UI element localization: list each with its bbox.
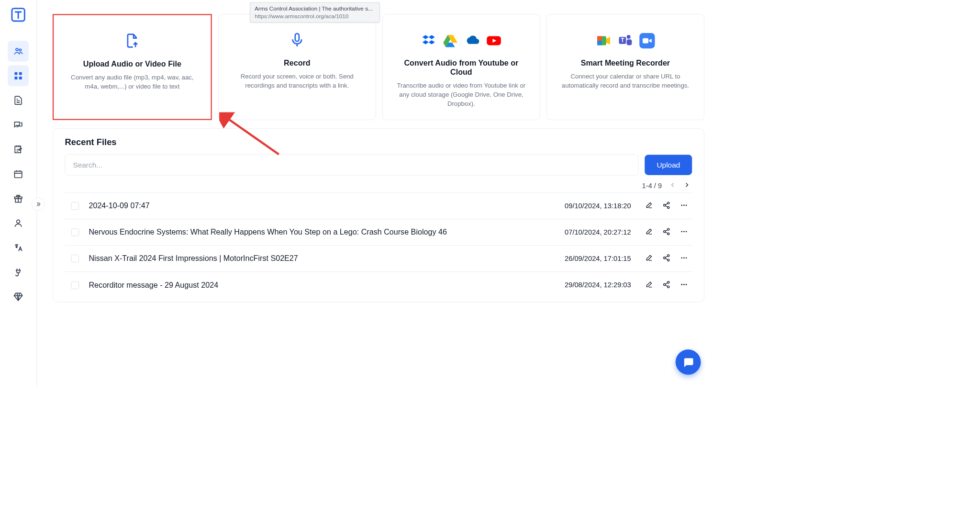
row-checkbox[interactable] — [71, 228, 79, 236]
svg-rect-19 — [627, 39, 632, 45]
record-card-title: Record — [228, 58, 366, 67]
row-checkbox[interactable] — [71, 281, 79, 289]
svg-point-23 — [668, 207, 669, 209]
more-icon[interactable] — [680, 254, 688, 263]
svg-point-29 — [668, 233, 669, 235]
files-table: 2024-10-09 07:47 09/10/2024, 13:18:20 Ne… — [65, 193, 692, 299]
svg-rect-5 — [14, 77, 17, 79]
svg-rect-20 — [643, 38, 648, 44]
svg-point-42 — [681, 284, 682, 285]
edit-icon[interactable] — [645, 202, 653, 211]
svg-point-24 — [681, 205, 682, 206]
svg-point-27 — [668, 228, 669, 230]
svg-point-38 — [686, 258, 687, 259]
pagination-range: 1-4 / 9 — [642, 182, 662, 190]
pagination: 1-4 / 9 — [65, 182, 692, 190]
svg-point-22 — [664, 204, 666, 206]
record-card[interactable]: Record Record your screen, voice or both… — [218, 14, 376, 120]
svg-point-26 — [686, 205, 687, 206]
svg-point-28 — [664, 231, 666, 233]
app-logo — [10, 6, 27, 23]
row-date: 29/08/2024, 12:29:03 — [565, 281, 631, 289]
svg-point-35 — [668, 259, 669, 261]
svg-point-10 — [17, 220, 20, 223]
table-row[interactable]: Recorditor message - 29 August 2024 29/0… — [65, 272, 692, 298]
action-cards-row: Upload Audio or Video File Convert any a… — [53, 14, 704, 120]
more-icon[interactable] — [680, 281, 688, 290]
table-row[interactable]: Nervous Endocrine Systems: What Really H… — [65, 219, 692, 246]
sidebar-translate-icon[interactable] — [8, 237, 29, 258]
edit-icon[interactable] — [645, 228, 653, 237]
recent-files-heading: Recent Files — [65, 137, 692, 147]
svg-point-37 — [683, 258, 685, 259]
sidebar-gift-icon[interactable] — [8, 188, 29, 209]
more-icon[interactable] — [680, 228, 688, 237]
svg-point-32 — [686, 231, 687, 233]
sidebar-profile-icon[interactable] — [8, 213, 29, 234]
google-meet-icon — [596, 33, 611, 48]
recent-files-panel: Recent Files Upload 1-4 / 9 2024-10-09 0… — [53, 128, 704, 302]
share-icon[interactable] — [663, 254, 670, 263]
svg-point-36 — [681, 258, 682, 259]
sidebar — [0, 0, 37, 387]
sidebar-calendar-icon[interactable] — [8, 164, 29, 185]
row-checkbox[interactable] — [71, 202, 79, 210]
file-upload-icon — [124, 33, 140, 50]
svg-point-41 — [668, 286, 669, 288]
pagination-next[interactable] — [684, 182, 690, 190]
svg-rect-11 — [295, 34, 299, 41]
share-icon[interactable] — [663, 281, 670, 290]
sidebar-document-icon[interactable] — [8, 90, 29, 111]
sidebar-team-icon[interactable] — [8, 41, 29, 62]
meeting-card[interactable]: T Smart Meeting Recorder Connect your ca… — [546, 14, 704, 120]
sidebar-chat-icon[interactable] — [8, 114, 29, 135]
share-icon[interactable] — [663, 202, 670, 211]
svg-point-18 — [627, 35, 631, 39]
svg-rect-4 — [19, 72, 22, 75]
upload-card-desc: Convert any audio file (mp3, mp4, wav, a… — [64, 73, 201, 91]
row-title: 2024-10-09 07:47 — [89, 202, 565, 211]
svg-point-40 — [664, 283, 666, 285]
svg-point-21 — [668, 202, 669, 204]
edit-icon[interactable] — [645, 281, 653, 290]
chat-fab-button[interactable] — [676, 349, 701, 375]
svg-text:T: T — [621, 37, 624, 44]
sidebar-notes-icon[interactable] — [8, 139, 29, 160]
svg-point-31 — [683, 231, 685, 233]
row-date: 07/10/2024, 20:27:12 — [565, 228, 631, 236]
sidebar-premium-icon[interactable] — [8, 286, 29, 307]
dropbox-icon — [421, 33, 436, 48]
upload-card[interactable]: Upload Audio or Video File Convert any a… — [53, 14, 212, 120]
svg-rect-14 — [597, 36, 601, 41]
row-date: 26/09/2024, 17:01:15 — [565, 255, 631, 263]
convert-card[interactable]: Convert Audio from Youtube or Cloud Tran… — [382, 14, 540, 120]
svg-rect-6 — [19, 77, 22, 79]
edit-icon[interactable] — [645, 254, 653, 263]
sidebar-expand-button[interactable] — [32, 198, 45, 211]
onedrive-icon — [464, 33, 479, 48]
record-card-desc: Record your screen, voice or both. Send … — [228, 72, 366, 90]
main-content: Upload Audio or Video File Convert any a… — [53, 14, 704, 302]
svg-rect-3 — [14, 72, 17, 75]
more-icon[interactable] — [680, 202, 688, 211]
sidebar-plugin-icon[interactable] — [8, 262, 29, 283]
tooltip-title: Arms Control Association | The authorita… — [255, 5, 375, 12]
search-input[interactable] — [65, 155, 639, 176]
sidebar-dashboard-icon[interactable] — [8, 65, 29, 86]
pagination-prev[interactable] — [669, 182, 676, 190]
table-row[interactable]: 2024-10-09 07:47 09/10/2024, 13:18:20 — [65, 193, 692, 219]
row-date: 09/10/2024, 13:18:20 — [565, 202, 631, 210]
browser-tooltip: Arms Control Association | The authorita… — [250, 2, 380, 22]
row-title: Nervous Endocrine Systems: What Really H… — [89, 228, 565, 237]
upload-button[interactable]: Upload — [645, 155, 692, 175]
convert-card-desc: Transcribe audio or video from Youtube l… — [392, 81, 530, 108]
google-drive-icon — [443, 33, 458, 48]
share-icon[interactable] — [663, 228, 670, 237]
microsoft-teams-icon: T — [618, 33, 633, 48]
upload-card-title: Upload Audio or Video File — [64, 59, 201, 68]
row-checkbox[interactable] — [71, 255, 79, 262]
table-row[interactable]: Nissan X-Trail 2024 First Impressions | … — [65, 246, 692, 272]
meeting-card-desc: Connect your calendar or share URL to au… — [557, 72, 694, 90]
svg-point-39 — [668, 281, 669, 283]
svg-point-33 — [668, 255, 669, 257]
